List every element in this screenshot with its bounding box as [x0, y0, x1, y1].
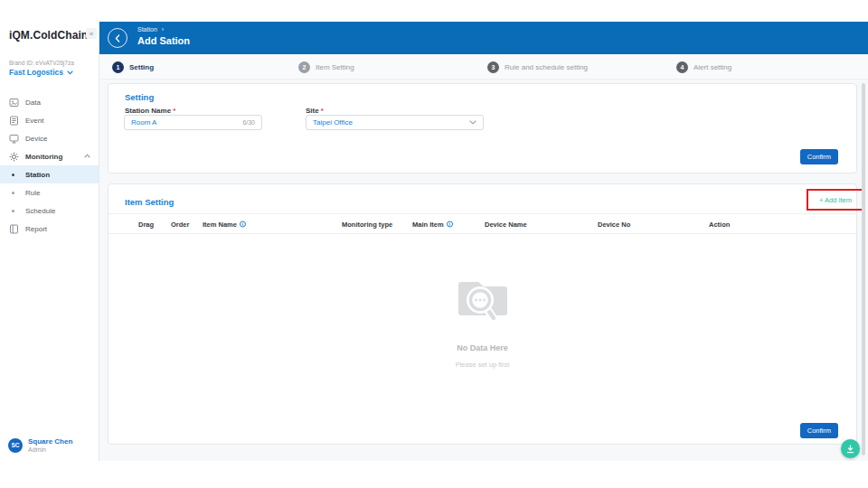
- device-icon: [9, 134, 19, 144]
- stepper: 1 Setting 2 Item Setting 3 Rule and sche…: [99, 54, 868, 80]
- sidebar-item-monitoring[interactable]: Monitoring: [0, 147, 99, 165]
- sidebar-item-label: Device: [25, 135, 47, 143]
- site-select[interactable]: Taipei Office: [306, 115, 484, 130]
- col-item-name: Item Namei: [203, 220, 246, 228]
- back-button[interactable]: [108, 28, 127, 48]
- site-label-text: Site: [306, 107, 319, 115]
- sidebar-item-data[interactable]: Data: [0, 93, 99, 111]
- col-label: Order: [171, 220, 189, 228]
- no-data-icon: [455, 275, 511, 327]
- col-label: Monitoring type: [342, 220, 392, 228]
- col-label: Item Name: [203, 220, 237, 228]
- col-label: Device No: [598, 220, 630, 228]
- sidebar-item-station[interactable]: Station: [0, 165, 99, 183]
- col-label: Action: [709, 220, 730, 228]
- item-setting-card-title: Item Setting: [125, 197, 174, 207]
- sidebar-item-label: Rule: [25, 189, 40, 197]
- report-icon: [9, 224, 19, 234]
- user-role: Admin: [28, 446, 72, 453]
- step-label: Alert setting: [693, 63, 731, 71]
- step-label: Item Setting: [316, 63, 354, 71]
- chevron-left-icon: [115, 34, 120, 42]
- add-item-button[interactable]: + Add Item: [819, 196, 852, 204]
- sidebar-item-device[interactable]: Device: [0, 129, 99, 147]
- app-logo: iQM.ColdChain: [9, 29, 88, 42]
- setting-card: Setting Station Name* 6/30 Site* Taipei …: [108, 83, 857, 174]
- gear-icon: [9, 152, 19, 162]
- col-label: Drag: [138, 220, 154, 228]
- breadcrumb-station[interactable]: Station: [137, 26, 157, 33]
- logo-suffix: ColdChain: [33, 29, 88, 42]
- bullet-icon: [12, 210, 14, 212]
- col-monitoring-type: Monitoring type: [342, 220, 392, 228]
- col-main-item: Main Itemi: [412, 220, 453, 228]
- sidebar-item-rule[interactable]: Rule: [0, 183, 99, 202]
- col-order: Order: [171, 220, 189, 228]
- required-asterisk: *: [173, 107, 175, 115]
- sidebar-menu: Data Event Device Monitoring Station: [0, 93, 99, 238]
- col-action: Action: [709, 220, 730, 228]
- download-fab-button[interactable]: [841, 439, 860, 458]
- step-number: 2: [298, 61, 310, 73]
- annotation-red-box: + Add Item: [807, 189, 864, 211]
- empty-state-subtitle: Please set up first: [108, 361, 856, 369]
- col-drag: Drag: [138, 220, 154, 228]
- chevron-up-icon: [84, 154, 90, 158]
- sidebar-item-label: Schedule: [25, 207, 55, 215]
- char-counter: 6/30: [242, 119, 255, 126]
- breadcrumb-separator: ›: [162, 26, 164, 33]
- station-name-label: Station Name*: [125, 107, 175, 115]
- sidebar-collapse-icon[interactable]: «: [86, 28, 97, 39]
- station-name-input[interactable]: [131, 118, 242, 127]
- station-name-label-text: Station Name: [125, 107, 171, 115]
- required-asterisk: *: [321, 107, 324, 115]
- sidebar-item-label: Monitoring: [25, 153, 62, 161]
- vertical-scrollbar[interactable]: [862, 83, 865, 455]
- step-number: 1: [112, 61, 124, 73]
- chevron-down-icon: [67, 70, 73, 75]
- sidebar-item-schedule[interactable]: Schedule: [0, 202, 99, 220]
- user-profile[interactable]: SC Square Chen Admin: [8, 437, 72, 453]
- page-title: Add Sation: [137, 35, 190, 46]
- site-select-value: Taipei Office: [313, 118, 353, 127]
- step-rule-schedule-setting: 3 Rule and schedule setting: [487, 54, 588, 80]
- event-icon: [9, 116, 19, 126]
- org-switcher[interactable]: Fast Logostics: [9, 68, 73, 77]
- download-icon: [846, 445, 854, 454]
- info-icon[interactable]: i: [240, 221, 246, 227]
- sidebar-item-report[interactable]: Report: [0, 220, 99, 238]
- org-name: Fast Logostics: [9, 68, 63, 77]
- step-setting: 1 Setting: [112, 54, 154, 80]
- info-icon[interactable]: i: [447, 221, 453, 227]
- chevron-down-icon: [469, 120, 476, 125]
- setting-card-title: Setting: [125, 92, 154, 102]
- sidebar: iQM.ColdChain « Brand ID: eVvATV26j7za F…: [0, 22, 99, 461]
- sidebar-item-label: Event: [25, 117, 43, 125]
- step-label: Rule and schedule setting: [505, 63, 588, 71]
- item-setting-confirm-button[interactable]: Confirm: [800, 423, 838, 438]
- main-area: Station › Add Sation 1 Setting 2 Item Se…: [99, 22, 868, 461]
- page-header: Station › Add Sation: [99, 22, 868, 54]
- station-name-field-wrap: 6/30: [124, 115, 262, 130]
- breadcrumb[interactable]: Station ›: [137, 26, 164, 33]
- table-header-row: Drag Order Item Namei Monitoring type Ma…: [108, 213, 856, 234]
- bullet-icon: [12, 192, 14, 194]
- content-area: Setting Station Name* 6/30 Site* Taipei …: [99, 80, 868, 461]
- user-name: Square Chen: [28, 437, 72, 446]
- sidebar-item-event[interactable]: Event: [0, 111, 99, 129]
- logo-prefix: iQM.: [9, 29, 33, 42]
- item-setting-card: Item Setting + Add Item Drag Order Item …: [108, 183, 857, 445]
- sidebar-item-label: Data: [25, 99, 41, 107]
- step-number: 4: [676, 61, 688, 73]
- avatar: SC: [8, 438, 23, 453]
- sidebar-item-label: Station: [25, 171, 50, 179]
- step-label: Setting: [129, 63, 154, 71]
- empty-state-title: No Data Here: [108, 343, 856, 352]
- col-label: Device Name: [485, 220, 527, 228]
- brand-id-label: Brand ID: eVvATV26j7za: [9, 60, 74, 66]
- step-alert-setting: 4 Alert setting: [676, 54, 731, 80]
- setting-confirm-button[interactable]: Confirm: [800, 149, 838, 164]
- bullet-icon: [12, 174, 14, 176]
- data-icon: [9, 98, 19, 108]
- site-label: Site*: [306, 107, 324, 115]
